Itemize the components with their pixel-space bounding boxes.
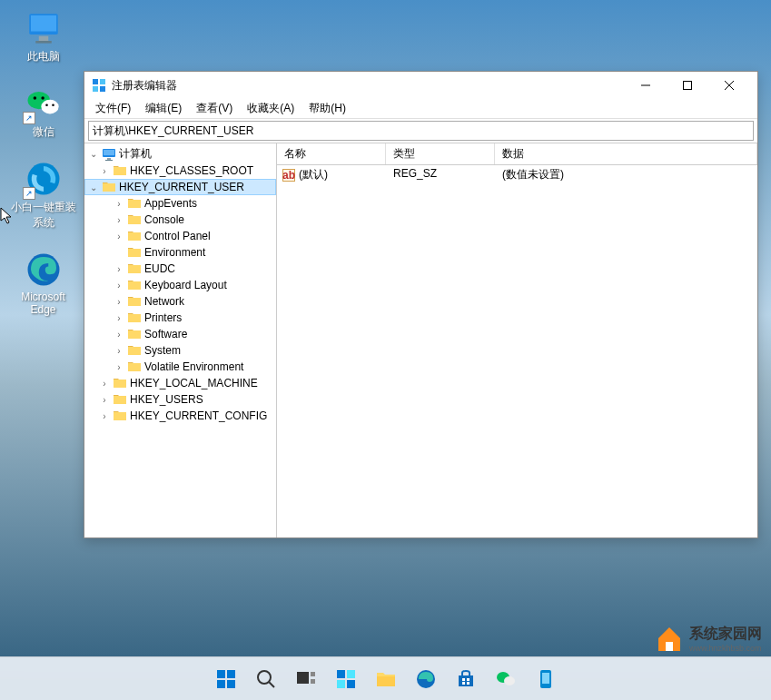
tree-key[interactable]: ›Keyboard Layout — [84, 277, 276, 293]
tree-key[interactable]: Environment — [84, 244, 276, 261]
desktop-icon-pc[interactable]: 此电脑 — [9, 9, 77, 64]
tree-hive[interactable]: ›HKEY_USERS — [84, 391, 276, 408]
svg-point-28 — [258, 671, 271, 684]
svg-rect-17 — [684, 82, 692, 90]
folder-icon — [127, 245, 142, 260]
svg-rect-41 — [462, 682, 465, 685]
maximize-icon — [683, 81, 692, 90]
tree-key[interactable]: ›AppEvents — [84, 195, 276, 212]
tree-label: Volatile Environment — [144, 360, 243, 373]
taskbar — [0, 656, 771, 700]
taskbar-edge[interactable] — [408, 661, 444, 697]
folder-icon — [127, 278, 142, 292]
svg-rect-39 — [462, 678, 465, 681]
svg-rect-25 — [227, 670, 235, 678]
minimize-button[interactable] — [625, 72, 667, 99]
taskbar-taskview[interactable] — [288, 661, 324, 697]
taskbar-store[interactable] — [448, 661, 484, 697]
tree-key[interactable]: ›Volatile Environment — [84, 359, 276, 375]
tree-hive[interactable]: ⌄HKEY_CURRENT_USER — [84, 179, 276, 195]
desktop-icon-edge[interactable]: Microsoft Edge — [9, 251, 77, 316]
list-body[interactable]: ab(默认) REG_SZ (数值未设置) — [277, 165, 757, 537]
chevron-down-icon[interactable]: ⌄ — [88, 149, 99, 160]
column-header-data[interactable]: 数据 — [495, 143, 757, 164]
taskbar-explorer[interactable] — [368, 661, 404, 697]
chevron-icon[interactable]: › — [114, 312, 124, 323]
app-icon — [535, 668, 557, 690]
taskbar-search[interactable] — [248, 661, 284, 697]
tree-panel[interactable]: ⌄ 计算机 ›HKEY_CLASSES_ROOT⌄HKEY_CURRENT_US… — [84, 143, 277, 537]
chevron-icon[interactable]: › — [99, 410, 110, 421]
svg-rect-1 — [31, 15, 56, 32]
chevron-icon[interactable]: › — [114, 214, 124, 225]
menu-favorites[interactable]: 收藏夹(A) — [240, 99, 301, 118]
taskbar-wechat[interactable] — [488, 661, 524, 697]
list-row[interactable]: ab(默认) REG_SZ (数值未设置) — [277, 165, 757, 184]
tree-key[interactable]: ›Network — [84, 293, 276, 310]
desktop-icon-label: Microsoft Edge — [9, 291, 77, 316]
svg-rect-40 — [467, 678, 470, 681]
desktop-icon-installer[interactable]: ↗ 小白一键重装系统 — [9, 160, 77, 231]
watermark-url: www.hnzkhbsb.com — [689, 644, 762, 653]
value-type: REG_SZ — [386, 167, 495, 182]
column-header-type[interactable]: 类型 — [386, 143, 495, 164]
tree-key[interactable]: ›Software — [84, 326, 276, 342]
svg-rect-35 — [337, 680, 345, 688]
tree-root[interactable]: ⌄ 计算机 — [84, 145, 276, 163]
chevron-icon[interactable]: › — [114, 345, 124, 356]
folder-icon — [127, 327, 142, 341]
chevron-icon[interactable]: › — [114, 198, 124, 209]
desktop-icon-label: 此电脑 — [27, 49, 60, 64]
close-button[interactable] — [708, 72, 750, 99]
watermark-title: 系统家园网 — [689, 625, 762, 644]
tree-label: EUDC — [144, 262, 175, 275]
tree-key[interactable]: ›EUDC — [84, 261, 276, 277]
chevron-icon[interactable]: › — [99, 165, 110, 176]
chevron-icon[interactable]: › — [114, 231, 124, 242]
tree-hive[interactable]: ›HKEY_LOCAL_MACHINE — [84, 375, 276, 391]
maximize-button[interactable] — [667, 72, 708, 99]
svg-rect-26 — [217, 680, 225, 688]
folder-icon — [127, 212, 142, 227]
chevron-icon[interactable]: › — [114, 329, 124, 340]
tree-hive[interactable]: ›HKEY_CLASSES_ROOT — [84, 163, 276, 179]
menu-help[interactable]: 帮助(H) — [301, 99, 353, 118]
tree-key[interactable]: ›Control Panel — [84, 228, 276, 244]
svg-rect-36 — [347, 680, 355, 688]
tree-key[interactable]: ›Printers — [84, 310, 276, 326]
tree-label: HKEY_CURRENT_USER — [119, 181, 244, 193]
svg-rect-33 — [337, 670, 345, 678]
shortcut-arrow-icon: ↗ — [23, 187, 35, 200]
svg-point-8 — [45, 104, 48, 106]
menu-edit[interactable]: 编辑(E) — [138, 99, 189, 118]
chevron-icon[interactable]: › — [99, 378, 110, 389]
taskbar-app[interactable] — [528, 661, 564, 697]
svg-rect-12 — [93, 79, 98, 84]
menu-file[interactable]: 文件(F) — [88, 99, 138, 118]
tree-hive[interactable]: ›HKEY_CURRENT_CONFIG — [84, 408, 276, 424]
svg-rect-21 — [104, 150, 114, 155]
chevron-icon[interactable]: › — [114, 263, 124, 274]
titlebar[interactable]: 注册表编辑器 — [84, 72, 757, 99]
chevron-icon[interactable] — [114, 247, 124, 258]
store-icon — [455, 668, 477, 690]
chevron-icon[interactable]: ⌄ — [88, 182, 99, 192]
value-name: (默认) — [299, 167, 328, 182]
address-bar[interactable]: 计算机\HKEY_CURRENT_USER — [88, 121, 754, 141]
chevron-icon[interactable]: › — [114, 296, 124, 307]
desktop-icon-wechat[interactable]: ↗ 微信 — [9, 84, 77, 140]
taskbar-widgets[interactable] — [328, 661, 364, 697]
svg-rect-15 — [100, 86, 105, 92]
menu-view[interactable]: 查看(V) — [189, 99, 240, 118]
tree-label: Software — [144, 328, 187, 340]
svg-rect-32 — [311, 679, 315, 684]
chevron-icon[interactable]: › — [114, 280, 124, 291]
chevron-icon[interactable]: › — [99, 394, 110, 405]
folder-icon — [113, 163, 127, 178]
folder-icon — [127, 343, 142, 358]
chevron-icon[interactable]: › — [114, 361, 124, 372]
start-button[interactable] — [208, 661, 244, 697]
tree-key[interactable]: ›System — [84, 342, 276, 359]
column-header-name[interactable]: 名称 — [277, 143, 386, 164]
tree-key[interactable]: ›Console — [84, 212, 276, 228]
